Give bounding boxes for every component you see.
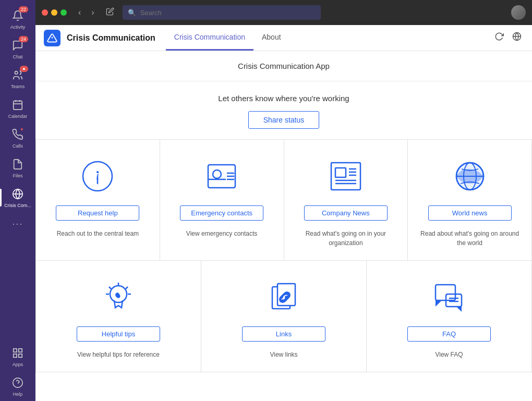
svg-point-0 — [15, 71, 18, 75]
card-links[interactable]: Links View links — [201, 261, 367, 372]
crisis-icon — [10, 187, 25, 201]
svg-rect-1 — [14, 101, 22, 110]
status-text: Let others know where you're working — [46, 94, 522, 103]
world-news-button[interactable]: World news — [428, 205, 512, 221]
page-title: Crisis Communication App — [35, 51, 532, 81]
teams-icon: ● — [10, 68, 25, 82]
titlebar: ‹ › 🔍 — [35, 0, 532, 25]
files-label: Files — [13, 173, 22, 178]
request-help-icon: i — [77, 155, 118, 197]
request-help-button[interactable]: Request help — [56, 205, 139, 221]
files-icon — [10, 157, 25, 172]
chat-badge: 24 — [19, 36, 28, 42]
card-company-news[interactable]: Company News Read what's going on in you… — [284, 140, 408, 261]
help-icon — [10, 375, 25, 390]
svg-point-11 — [13, 378, 22, 387]
sidebar: 22 Activity 24 Chat ● Teams — [0, 0, 35, 401]
sidebar-item-apps[interactable]: Apps — [0, 342, 35, 371]
svg-marker-49 — [456, 307, 462, 312]
svg-rect-10 — [19, 354, 22, 357]
sidebar-item-calendar[interactable]: Calendar — [0, 93, 35, 123]
svg-line-41 — [126, 287, 128, 289]
more-icon: ··· — [10, 216, 25, 231]
teams-badge: ● — [20, 66, 28, 72]
helpful-tips-button[interactable]: Helpful tips — [77, 326, 160, 342]
header-actions — [492, 30, 524, 46]
helpful-tips-desc: View helpful tips for reference — [77, 350, 160, 359]
links-button[interactable]: Links — [242, 326, 325, 342]
globe-button[interactable] — [510, 30, 524, 46]
activity-badge: 22 — [19, 6, 28, 13]
sidebar-item-more[interactable]: ··· — [0, 212, 35, 235]
world-news-desc: Read about what's going on around the wo… — [418, 229, 521, 248]
links-desc: View links — [270, 350, 297, 359]
content-area: Crisis Communication App Let others know… — [35, 51, 532, 401]
company-news-icon — [325, 155, 367, 197]
sidebar-item-files[interactable]: Files — [0, 153, 35, 183]
sidebar-item-calls[interactable]: Calls — [0, 123, 35, 153]
cards-grid-row2: Helpful tips View helpful tips for refer… — [35, 261, 532, 372]
content-inner: Crisis Communication App Let others know… — [35, 51, 532, 401]
close-window-button[interactable] — [42, 9, 48, 16]
app-tabs: Crisis Communication About — [166, 25, 289, 51]
sidebar-item-activity[interactable]: 22 Activity — [0, 4, 35, 34]
svg-point-22 — [213, 170, 221, 178]
search-input[interactable] — [140, 9, 316, 17]
tab-about[interactable]: About — [253, 25, 289, 51]
card-faq[interactable]: FAQ View FAQ — [367, 261, 532, 372]
activity-label: Activity — [10, 25, 26, 30]
world-news-icon — [449, 155, 491, 197]
window-controls — [42, 9, 67, 16]
sidebar-item-teams[interactable]: ● Teams — [0, 64, 35, 93]
refresh-button[interactable] — [492, 30, 506, 46]
calls-label: Calls — [13, 143, 23, 149]
card-helpful-tips[interactable]: Helpful tips View helpful tips for refer… — [36, 261, 201, 372]
app-title: Crisis Communication — [67, 33, 155, 43]
apps-label: Apps — [13, 362, 23, 367]
svg-rect-7 — [14, 349, 17, 352]
svg-line-40 — [109, 287, 111, 289]
svg-rect-28 — [335, 168, 346, 177]
app-header: Crisis Communication Crisis Communicatio… — [35, 25, 532, 51]
apps-icon — [10, 346, 25, 360]
avatar[interactable] — [511, 5, 526, 20]
card-request-help[interactable]: i Request help Reach out to the central … — [36, 140, 160, 261]
forward-button[interactable]: › — [88, 6, 97, 19]
status-section: Let others know where you're working Sha… — [35, 81, 532, 140]
emergency-contacts-desc: View emergency contacts — [186, 229, 258, 238]
chat-icon: 24 — [10, 38, 25, 53]
search-bar[interactable]: 🔍 — [123, 5, 321, 20]
sidebar-item-crisis[interactable]: Crisis Com... — [0, 183, 35, 212]
main-area: ‹ › 🔍 Crisis Communication Crisis Commun… — [35, 0, 532, 401]
minimize-window-button[interactable] — [51, 9, 57, 16]
request-help-desc: Reach out to the central team — [57, 229, 139, 238]
company-news-desc: Read what's going on in your organizatio… — [295, 229, 397, 248]
app-icon — [44, 30, 61, 46]
calendar-label: Calendar — [8, 114, 28, 119]
svg-rect-8 — [19, 349, 22, 352]
sidebar-item-chat[interactable]: 24 Chat — [0, 34, 35, 64]
card-emergency-contacts[interactable]: Emergency contacts View emergency contac… — [160, 140, 284, 261]
faq-desc: View FAQ — [435, 350, 463, 359]
back-button[interactable]: ‹ — [75, 6, 84, 19]
help-label: Help — [13, 392, 23, 397]
search-icon: 🔍 — [128, 9, 136, 17]
svg-rect-9 — [14, 354, 17, 357]
helpful-tips-icon — [98, 276, 139, 318]
share-status-button[interactable]: Share status — [248, 111, 320, 129]
links-icon — [263, 276, 305, 318]
maximize-window-button[interactable] — [61, 9, 67, 16]
teams-label: Teams — [11, 84, 25, 89]
compose-button[interactable] — [102, 5, 118, 20]
svg-marker-47 — [436, 300, 442, 307]
emergency-contacts-button[interactable]: Emergency contacts — [180, 205, 263, 221]
calendar-icon — [10, 98, 25, 112]
calls-dot — [20, 127, 24, 131]
card-world-news[interactable]: World news Read about what's going on ar… — [408, 140, 532, 261]
cards-grid-row1: i Request help Reach out to the central … — [35, 140, 532, 261]
faq-button[interactable]: FAQ — [407, 326, 491, 342]
tab-crisis-communication[interactable]: Crisis Communication — [166, 25, 253, 51]
chat-label: Chat — [13, 54, 22, 59]
company-news-button[interactable]: Company News — [304, 205, 388, 221]
sidebar-item-help[interactable]: Help — [0, 371, 35, 401]
